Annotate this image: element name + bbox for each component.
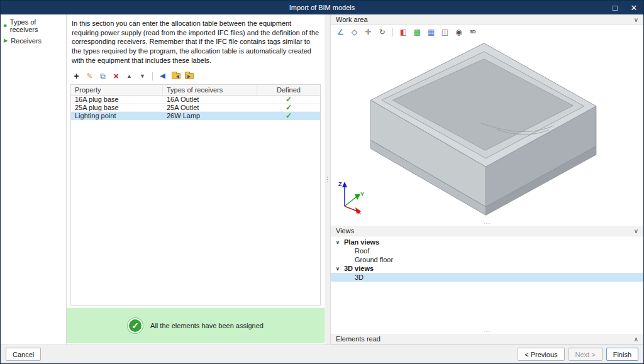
table-header: Property Types of receivers Defined (71, 85, 320, 96)
assign-button[interactable]: ◀ (157, 70, 169, 82)
axis-x-label: X (357, 209, 361, 215)
grid-icon[interactable]: ▩ (411, 26, 423, 37)
defined-check-icon: ✓ (257, 96, 320, 103)
cell-type: 26W Lamp (163, 112, 257, 119)
square-bullet-icon: ■ (4, 23, 7, 28)
steps-sidebar: ■ Types of receivers ▶ Receivers (1, 14, 67, 345)
tree-node-ground-floor[interactable]: Ground floor (331, 255, 643, 264)
views-title: Views (336, 227, 354, 234)
dialog-content: ■ Types of receivers ▶ Receivers In this… (1, 14, 643, 345)
import-allocation-button[interactable] (170, 70, 182, 82)
allocation-panel: In this section you can enter the alloca… (67, 14, 325, 345)
table-view-icon[interactable]: ▦ (425, 26, 437, 37)
axes-indicator: Z Y X (336, 179, 369, 215)
import-bim-dialog: Import of BIM models □ ✕ ■ Types of rece… (0, 0, 644, 364)
tree-node-label: 3D (355, 273, 364, 281)
copy-button[interactable]: ⧉ (97, 70, 109, 82)
vertical-splitter[interactable]: ⋮ (325, 14, 330, 345)
defined-check-icon: ✓ (257, 112, 320, 119)
section-description: In this section you can enter the alloca… (67, 14, 325, 69)
export-allocation-button[interactable] (183, 70, 195, 82)
model-3d-icon[interactable]: ◫ (439, 26, 451, 37)
cell-type: 16A Outlet (163, 96, 257, 103)
chevron-up-icon: ∧ (634, 336, 638, 343)
window-title: Import of BIM models (1, 4, 643, 11)
arrow-bullet-icon: ▶ (4, 38, 8, 43)
right-panel: Work area ∨ ∠ ◇ ✛ ↻ ◧ ▩ ▦ ◫ ◉ 3D (330, 14, 643, 345)
move-down-button[interactable]: ▼ (136, 70, 148, 82)
building-model-3d (331, 38, 643, 220)
defined-check-icon: ✓ (257, 104, 320, 111)
wizard-buttons: < Previous Next > Finish (518, 348, 638, 361)
sidebar-item-label: Types of receivers (10, 18, 63, 33)
tree-node-plan-views[interactable]: ∨ Plan views (331, 238, 643, 246)
cell-property: 16A plug base (71, 96, 163, 103)
table-row-selected[interactable]: Lighting point 26W Lamp ✓ (71, 112, 320, 120)
tree-node-label: Plan views (344, 238, 379, 246)
model-viewport-3d[interactable]: Z Y X (331, 38, 643, 220)
chevron-down-icon: ∨ (634, 228, 638, 234)
views-tree: ∨ Plan views Roof Ground floor ∨ 3D view… (331, 236, 643, 328)
delete-button[interactable]: × (110, 70, 122, 82)
assignment-status-text: All the elements have been assigned (150, 322, 264, 329)
elements-read-header[interactable]: Elements read ∧ (331, 334, 643, 345)
axis-y-label: Y (360, 191, 364, 197)
assignment-status-box: ✓ All the elements have been assigned (67, 308, 325, 343)
allocation-table: Property Types of receivers Defined 16A … (70, 84, 321, 306)
visibility-eye-icon[interactable]: ◉ (453, 26, 465, 37)
pan-icon[interactable]: ✛ (362, 26, 374, 37)
elements-read-title: Elements read (336, 335, 380, 343)
column-header-property[interactable]: Property (71, 85, 163, 95)
sidebar-item-receivers[interactable]: ▶ Receivers (1, 35, 66, 47)
section-icon[interactable]: ◧ (397, 26, 409, 37)
tree-node-label: 3D views (344, 265, 374, 272)
finish-button[interactable]: Finish (606, 348, 638, 361)
edit-button[interactable]: ✎ (84, 70, 96, 82)
tree-node-roof[interactable]: Roof (331, 246, 643, 255)
views-header[interactable]: Views ∨ (331, 226, 643, 236)
next-button: Next > (569, 348, 602, 361)
splitter-dots-icon: ··· (484, 328, 491, 334)
column-header-defined[interactable]: Defined (257, 85, 320, 95)
horizontal-splitter[interactable]: ··· (331, 328, 643, 334)
dialog-footer: Cancel < Previous Next > Finish (1, 345, 643, 363)
mode-3d-icon[interactable]: 3D (467, 26, 479, 37)
move-up-button[interactable]: ▲ (123, 70, 135, 82)
folder-import-icon (172, 73, 180, 79)
success-check-icon: ✓ (128, 318, 143, 333)
add-button[interactable]: + (70, 70, 82, 82)
table-row[interactable]: 16A plug base 16A Outlet ✓ (71, 96, 320, 104)
measure-icon[interactable]: ∠ (335, 26, 347, 37)
splitter-dots-icon: ··· (484, 220, 491, 226)
tree-node-3d-views[interactable]: ∨ 3D views (331, 264, 643, 273)
cancel-button[interactable]: Cancel (6, 348, 41, 361)
tree-expand-icon[interactable]: ∨ (336, 240, 341, 245)
window-controls: □ ✕ (606, 1, 643, 14)
work-area-header[interactable]: Work area ∨ (331, 14, 643, 25)
toolbar-separator (392, 28, 393, 36)
column-header-types[interactable]: Types of receivers (163, 85, 257, 95)
work-area-title: Work area (336, 16, 368, 23)
tree-node-label: Ground floor (355, 256, 393, 263)
tree-expand-icon[interactable]: ∨ (336, 266, 341, 272)
tree-node-3d-selected[interactable]: 3D (331, 273, 643, 282)
close-button[interactable]: ✕ (625, 1, 643, 14)
table-toolbar: + ✎ ⧉ × ▲ ▼ ◀ (67, 69, 325, 84)
table-row[interactable]: 25A plug base 25A Outlet ✓ (71, 104, 320, 112)
previous-button[interactable]: < Previous (518, 348, 564, 361)
axis-z-label: Z (338, 181, 342, 187)
chevron-down-icon: ∨ (634, 16, 638, 23)
folder-export-icon (185, 73, 194, 79)
cell-type: 25A Outlet (163, 104, 257, 111)
maximize-button[interactable]: □ (606, 1, 625, 14)
toolbar-separator (152, 72, 153, 80)
orbit-icon[interactable]: ↻ (376, 26, 388, 37)
horizontal-splitter[interactable]: ··· (331, 220, 643, 226)
cell-property: 25A plug base (71, 104, 163, 111)
titlebar: Import of BIM models □ ✕ (1, 1, 643, 14)
work-area-toolbar: ∠ ◇ ✛ ↻ ◧ ▩ ▦ ◫ ◉ 3D (331, 25, 643, 38)
table-body: 16A plug base 16A Outlet ✓ 25A plug base… (71, 96, 320, 305)
sidebar-item-types-of-receivers[interactable]: ■ Types of receivers (1, 16, 66, 35)
sidebar-item-label: Receivers (11, 37, 42, 45)
view-cube-icon[interactable]: ◇ (348, 26, 360, 37)
